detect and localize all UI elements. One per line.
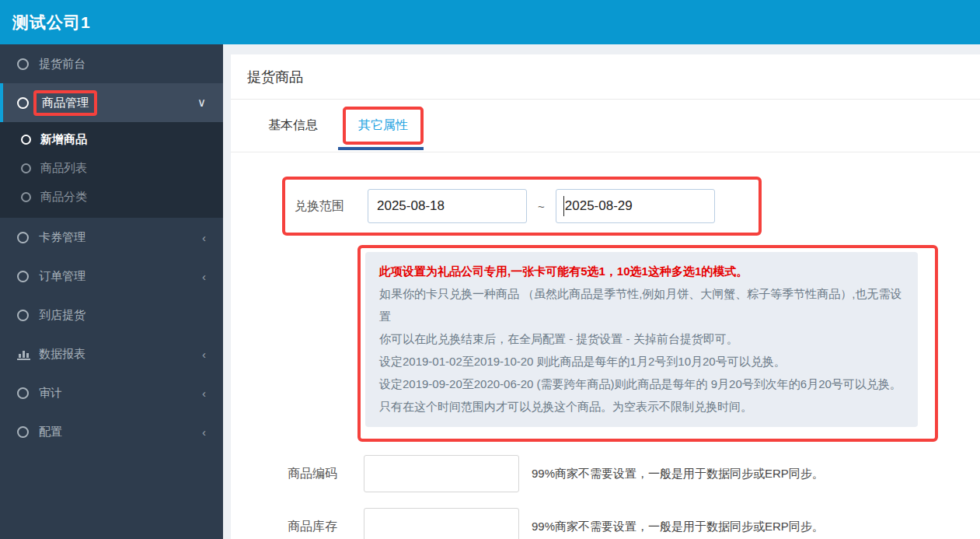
- goods-stock-input[interactable]: [364, 508, 519, 539]
- goods-mgmt-submenu: 新增商品 商品列表 商品分类: [0, 122, 223, 218]
- circle-icon: [21, 192, 31, 202]
- text-cursor: [563, 196, 565, 216]
- sidebar-item-goods-new[interactable]: 新增商品: [0, 125, 223, 154]
- sidebar-item-card-mgmt[interactable]: 卡券管理 ‹: [0, 218, 223, 257]
- chevron-left-icon: ‹: [202, 387, 206, 400]
- chevron-left-icon: ‹: [202, 270, 206, 283]
- circle-icon: [21, 135, 31, 145]
- notice-line: 只有在这个时间范围内才可以兑换这个商品。为空表示不限制兑换时间。: [379, 395, 904, 418]
- sidebar-item-config[interactable]: 配置 ‹: [0, 412, 223, 451]
- circle-icon: [17, 58, 29, 70]
- goods-code-label: 商品编码: [288, 466, 344, 482]
- circle-icon: [17, 97, 29, 109]
- form-area: 兑换范围 ~ 此项设置为礼品公司专用,一张卡可能有5选1，10选1这种多选1的模…: [231, 152, 980, 539]
- sidebar-item-pickup-front[interactable]: 提货前台: [0, 44, 223, 83]
- notice-line: 如果你的卡只兑换一种商品 （虽然此商品是季节性,例如月饼、大闸蟹、粽子等季节性商…: [379, 282, 904, 327]
- range-separator: ~: [538, 200, 545, 213]
- chevron-left-icon: ‹: [202, 231, 206, 244]
- notice-highlight-line: 此项设置为礼品公司专用,一张卡可能有5选1，10选1这种多选1的模式。: [379, 260, 904, 282]
- sidebar-item-label: 商品分类: [40, 190, 87, 205]
- goods-stock-label: 商品库存: [288, 519, 344, 535]
- bar-chart-icon: [17, 348, 30, 360]
- goods-code-input[interactable]: [364, 455, 519, 492]
- sidebar-item-goods-cat[interactable]: 商品分类: [0, 183, 223, 212]
- sidebar-item-label: 卡券管理: [39, 230, 85, 245]
- circle-icon: [17, 387, 29, 399]
- app-header: 测试公司1: [0, 0, 980, 44]
- chevron-left-icon: ‹: [202, 348, 206, 361]
- annotation-box-goods-mgmt: 商品管理: [33, 90, 97, 116]
- redeem-end-date-wrap: [556, 189, 715, 223]
- notice-line: 你可以在此兑换结束后，在全局配置 - 提货设置 - 关掉前台提货即可。: [379, 327, 904, 350]
- sidebar-item-label: 数据报表: [39, 347, 85, 362]
- tab-label: 其它属性: [358, 118, 408, 131]
- redeem-start-date-input[interactable]: [368, 189, 527, 223]
- circle-icon: [21, 163, 31, 173]
- sidebar-item-label: 提货前台: [39, 57, 85, 72]
- redeem-range-label: 兑换范围: [295, 198, 350, 215]
- goods-code-row: 商品编码 99%商家不需要设置，一般是用于数据同步或ERP同步。: [288, 455, 980, 492]
- sidebar-item-label: 商品管理: [42, 96, 89, 109]
- sidebar-item-label: 到店提货: [39, 308, 85, 323]
- sidebar: 提货前台 商品管理 ∨ 新增商品 商品列表 商品分类 卡券管理 ‹ 订单管理 ‹…: [0, 44, 223, 539]
- tab-basic-info[interactable]: 基本信息: [268, 117, 318, 134]
- tab-other-attrs[interactable]: 其它属性: [343, 107, 424, 145]
- notice-line: 设定2019-01-02至2019-10-20 则此商品是每年的1月2号到10月…: [379, 350, 904, 373]
- company-title: 测试公司1: [12, 12, 91, 33]
- notice-line: 设定2019-09-20至2020-06-20 (需要跨年商品)则此商品是每年的…: [379, 373, 904, 395]
- sidebar-item-goods-mgmt[interactable]: 商品管理 ∨: [0, 83, 223, 122]
- goods-stock-hint: 99%商家不需要设置，一般是用于数据同步或ERP同步。: [532, 520, 824, 534]
- goods-code-hint: 99%商家不需要设置，一般是用于数据同步或ERP同步。: [532, 467, 824, 481]
- sidebar-item-reports[interactable]: 数据报表 ‹: [0, 334, 223, 373]
- circle-icon: [17, 426, 29, 438]
- sidebar-item-label: 订单管理: [39, 269, 85, 284]
- main-panel: 提货商品 基本信息 其它属性 兑换范围 ~ 此项设置为礼品公司专用,一张卡可能有…: [231, 54, 980, 539]
- redeem-range-notice: 此项设置为礼品公司专用,一张卡可能有5选1，10选1这种多选1的模式。 如果你的…: [365, 252, 918, 427]
- sidebar-item-audit[interactable]: 审计 ‹: [0, 373, 223, 412]
- sidebar-item-label: 审计: [39, 386, 62, 401]
- redeem-end-date-input[interactable]: [556, 189, 715, 223]
- sidebar-item-label: 商品列表: [40, 161, 87, 176]
- circle-icon: [17, 271, 29, 282]
- sidebar-item-label: 配置: [39, 425, 62, 439]
- circle-icon: [17, 310, 29, 321]
- chevron-down-icon: ∨: [197, 96, 206, 110]
- tab-bar: 基本信息 其它属性: [231, 100, 980, 152]
- sidebar-item-store-pickup[interactable]: 到店提货: [0, 296, 223, 334]
- chevron-left-icon: ‹: [202, 425, 206, 439]
- sidebar-item-order-mgmt[interactable]: 订单管理 ‹: [0, 257, 223, 296]
- circle-icon: [17, 232, 29, 243]
- goods-stock-row: 商品库存 99%商家不需要设置，一般是用于数据同步或ERP同步。: [288, 508, 980, 539]
- sidebar-item-goods-list[interactable]: 商品列表: [0, 154, 223, 183]
- sidebar-item-label: 新增商品: [40, 132, 87, 147]
- page-title: 提货商品: [231, 54, 980, 100]
- annotation-box-redeem-range: 兑换范围 ~: [282, 177, 762, 236]
- annotation-box-notice: 此项设置为礼品公司专用,一张卡可能有5选1，10选1这种多选1的模式。 如果你的…: [357, 245, 938, 442]
